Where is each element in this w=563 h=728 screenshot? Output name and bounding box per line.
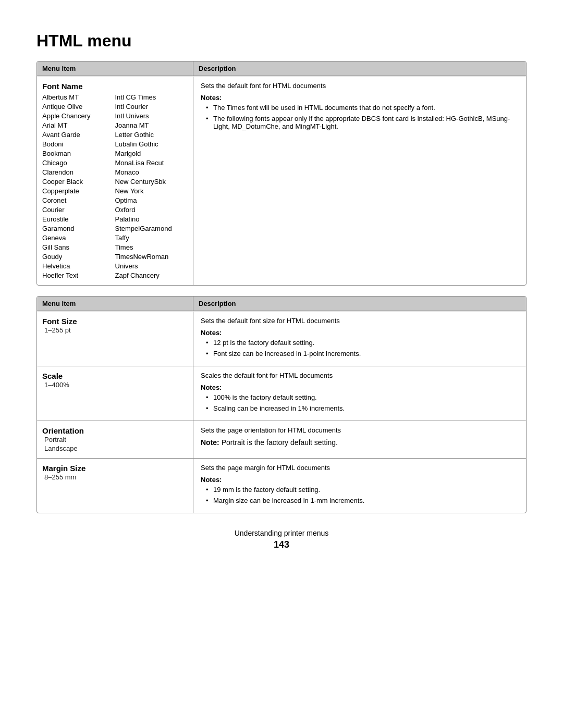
table2-font-size-row: Font Size 1–255 pt Sets the default font… [37, 311, 526, 366]
font-item: StempelGaramond [115, 224, 188, 233]
margin-sub: 8–255 mm [42, 473, 188, 482]
font-item: Zapf Chancery [115, 271, 188, 280]
font-col-1: Albertus MTAntique OliveApple ChanceryAr… [42, 93, 115, 280]
font-item: Coronet [42, 196, 115, 205]
font-item: Marigold [115, 149, 188, 158]
table2-orientation-row: Orientation Portrait Landscape Sets the … [37, 421, 526, 458]
margin-desc-main: Sets the page margin for HTML documents [201, 464, 519, 472]
table2-header-col1: Menu item [37, 297, 193, 311]
font-item: New CenturySbk [115, 177, 188, 186]
footer: Understanding printer menus 143 [36, 529, 527, 550]
scale-sub: 1–400% [42, 380, 188, 389]
margin-notes-label: Notes: [201, 476, 519, 484]
font-size-desc: Sets the default font size for HTML docu… [193, 312, 526, 366]
margin-title: Margin Size [42, 464, 188, 473]
scale-notes-label: Notes: [201, 384, 519, 391]
font-size-notes-label: Notes: [201, 329, 519, 337]
font-item: Oxford [115, 205, 188, 214]
margin-menu: Margin Size 8–255 mm [37, 459, 193, 513]
font-size-title: Font Size [42, 317, 188, 326]
scale-desc: Scales the default font for HTML documen… [193, 366, 526, 421]
table2-header: Menu item Description [37, 297, 526, 311]
table1-desc-col: Sets the default font for HTML documents… [193, 77, 526, 285]
font-item: Optima [115, 196, 188, 205]
table1-font-name-row: Font Name Albertus MTAntique OliveApple … [37, 76, 526, 285]
font-name-title: Font Name [42, 82, 188, 91]
margin-notes-list: 19 mm is the factory default setting.Mar… [201, 486, 519, 504]
font-item: Apple Chancery [42, 112, 115, 120]
font-item: Geneva [42, 233, 115, 242]
font-item: Clarendon [42, 168, 115, 177]
font-item: Goudy [42, 252, 115, 261]
font-col-2: Intl CG TimesIntl CourierIntl UniversJoa… [115, 93, 188, 280]
font-item: Times [115, 243, 188, 252]
list-item: Font size can be increased in 1-point in… [206, 350, 519, 357]
font-name-notes-label: Notes: [201, 94, 519, 102]
orientation-title: Orientation [42, 426, 188, 435]
table2-margin-row: Margin Size 8–255 mm Sets the page margi… [37, 458, 526, 513]
font-item: Gill Sans [42, 243, 115, 252]
list-item: 100% is the factory default setting. [206, 393, 519, 401]
font-item: Monaco [115, 168, 188, 177]
font-item: Palatino [115, 215, 188, 224]
orientation-note-text: Portrait is the factory default setting. [219, 438, 338, 447]
font-item: Intl Univers [115, 112, 188, 120]
footer-text: Understanding printer menus [36, 529, 527, 537]
list-item: 19 mm is the factory default setting. [206, 486, 519, 493]
font-item: TimesNewRoman [115, 252, 188, 261]
orientation-menu: Orientation Portrait Landscape [37, 421, 193, 458]
list-item: Margin size can be increased in 1-mm inc… [206, 497, 519, 504]
font-item: Hoefler Text [42, 271, 115, 280]
scale-title: Scale [42, 372, 188, 380]
orientation-note: Note: Portrait is the factory default se… [201, 438, 519, 447]
font-item: Lubalin Gothic [115, 140, 188, 149]
scale-desc-main: Scales the default font for HTML documen… [201, 372, 519, 379]
scale-notes-list: 100% is the factory default setting.Scal… [201, 393, 519, 412]
font-item: Copperplate [42, 187, 115, 195]
font-item: Arial MT [42, 121, 115, 130]
font-item: Joanna MT [115, 121, 188, 130]
page-title: HTML menu [36, 31, 527, 51]
font-item: Intl Courier [115, 102, 188, 111]
font-item: Letter Gothic [115, 130, 188, 139]
font-item: Bodoni [42, 140, 115, 149]
font-item: Garamond [42, 224, 115, 233]
font-list: Albertus MTAntique OliveApple ChanceryAr… [42, 93, 188, 280]
table2-header-col2: Description [193, 297, 526, 311]
font-item: Univers [115, 262, 188, 270]
font-item: Cooper Black [42, 177, 115, 186]
list-item: The Times font will be used in HTML docu… [206, 104, 519, 112]
font-item: Antique Olive [42, 102, 115, 111]
font-item: Eurostile [42, 215, 115, 224]
table1: Menu item Description Font Name Albertus… [36, 61, 527, 286]
list-item: Scaling can be increased in 1% increment… [206, 404, 519, 412]
font-size-notes-list: 12 pt is the factory default setting.Fon… [201, 339, 519, 357]
font-item: Taffy [115, 233, 188, 242]
list-item: 12 pt is the factory default setting. [206, 339, 519, 347]
table2: Menu item Description Font Size 1–255 pt… [36, 296, 527, 513]
table1-header-col2: Description [193, 61, 526, 76]
font-item: Albertus MT [42, 93, 115, 102]
font-name-desc: Sets the default font for HTML documents [201, 82, 519, 90]
font-item: Courier [42, 205, 115, 214]
table1-header-col1: Menu item [37, 61, 193, 76]
footer-page: 143 [36, 539, 527, 550]
font-size-desc-main: Sets the default font size for HTML docu… [201, 317, 519, 325]
orientation-note-bold: Note: [201, 438, 219, 447]
table1-menu-col: Font Name Albertus MTAntique OliveApple … [37, 77, 193, 285]
scale-menu: Scale 1–400% [37, 366, 193, 421]
orientation-sub2: Landscape [42, 444, 188, 453]
list-item: The following fonts appear only if the a… [206, 115, 519, 130]
table2-scale-row: Scale 1–400% Scales the default font for… [37, 366, 526, 421]
font-item: Intl CG Times [115, 93, 188, 102]
margin-desc: Sets the page margin for HTML documents … [193, 459, 526, 513]
font-name-notes-list: The Times font will be used in HTML docu… [201, 104, 519, 130]
table1-header: Menu item Description [37, 61, 526, 76]
orientation-sub1: Portrait [42, 435, 188, 444]
orientation-desc-main: Sets the page orientation for HTML docum… [201, 426, 519, 434]
font-size-sub: 1–255 pt [42, 326, 188, 335]
font-item: Helvetica [42, 262, 115, 270]
font-item: Bookman [42, 149, 115, 158]
font-item: Chicago [42, 158, 115, 167]
font-item: Avant Garde [42, 130, 115, 139]
